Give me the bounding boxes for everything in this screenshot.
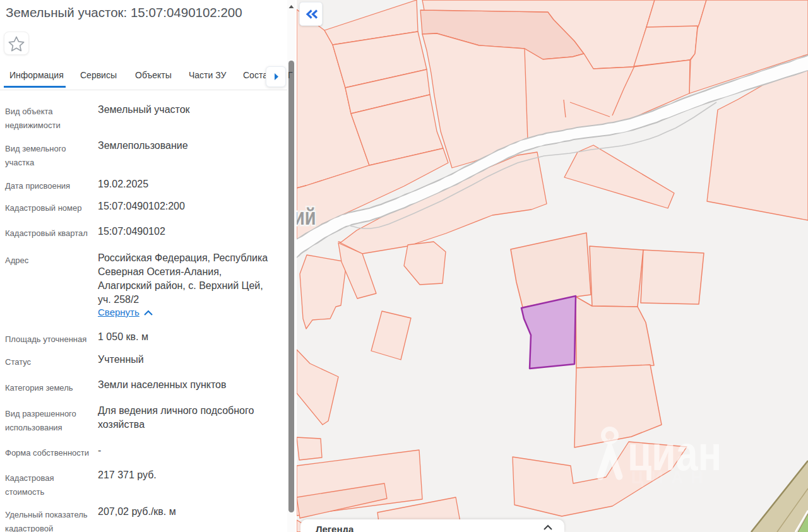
svg-text:ий: ий bbox=[297, 204, 316, 230]
svg-text:ЦИАН: ЦИАН bbox=[631, 467, 711, 487]
